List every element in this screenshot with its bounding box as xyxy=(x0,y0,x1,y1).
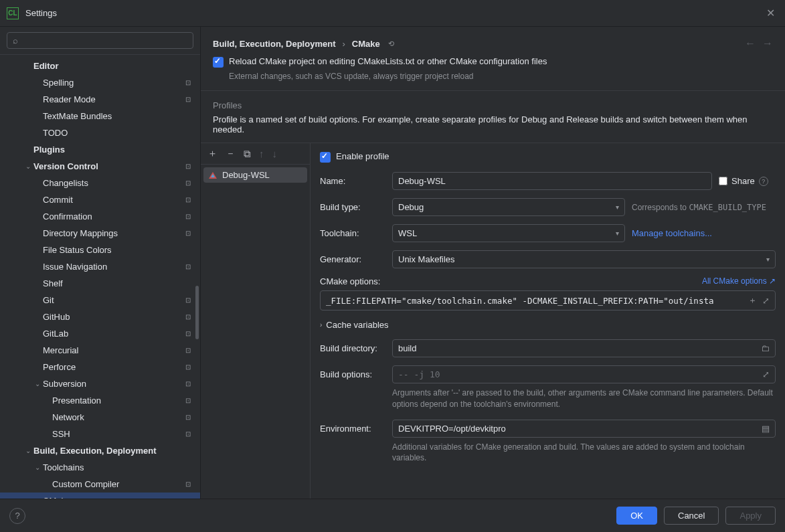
all-cmake-options-link[interactable]: All CMake options ↗ xyxy=(702,276,776,286)
chevron-down-icon: ▾ xyxy=(616,203,619,211)
tree-item[interactable]: Editor xyxy=(0,58,200,74)
add-profile-icon[interactable]: ＋ xyxy=(207,147,217,160)
tree-item-label: Subversion xyxy=(43,379,185,389)
builddir-input[interactable]: 🗀 xyxy=(392,339,776,357)
copy-profile-icon[interactable]: ⧉ xyxy=(244,148,251,160)
modified-indicator-icon: ⊡ xyxy=(185,96,196,103)
expand-icon[interactable]: ⤢ xyxy=(762,369,770,379)
tree-item[interactable]: Confirmation⊡ xyxy=(0,208,200,225)
expand-icon[interactable]: ⤢ xyxy=(762,296,770,306)
remove-profile-icon[interactable]: － xyxy=(226,147,236,160)
tree-item[interactable]: File Status Colors xyxy=(0,242,200,258)
generator-select[interactable]: Unix Makefiles ▾ xyxy=(392,250,776,268)
modified-indicator-icon: ⊡ xyxy=(185,363,196,371)
titlebar: CL Settings ✕ xyxy=(0,0,785,27)
tree-item[interactable]: Shelf xyxy=(0,275,200,292)
footer: ? OK Cancel Apply xyxy=(0,499,785,532)
tree-item[interactable]: Changelists⊡ xyxy=(0,175,200,191)
breadcrumb-parent: Build, Execution, Deployment xyxy=(213,39,335,49)
tree-item-label: Version Control xyxy=(33,161,185,171)
move-down-icon: ↓ xyxy=(272,148,278,159)
env-hint: Additional variables for CMake generatio… xyxy=(392,442,776,464)
scrollbar-thumb[interactable] xyxy=(195,286,199,339)
chevron-down-icon: ⌄ xyxy=(23,447,33,454)
toolchain-select[interactable]: WSL ▾ xyxy=(392,224,625,242)
cache-variables-toggle[interactable]: › Cache variables xyxy=(320,320,776,330)
reload-label: Reload CMake project on editing CMakeLis… xyxy=(229,56,547,66)
tree-item[interactable]: ⌄Version Control⊡ xyxy=(0,158,200,175)
tree-item[interactable]: TODO xyxy=(0,124,200,141)
plus-icon[interactable]: ＋ xyxy=(748,294,757,306)
env-input[interactable]: ▤ xyxy=(392,420,776,438)
share-checkbox[interactable] xyxy=(719,177,727,185)
cancel-button[interactable]: Cancel xyxy=(664,507,719,525)
buildopts-input[interactable]: ⤢ xyxy=(392,365,776,383)
modified-indicator-icon: ⊡ xyxy=(185,497,196,499)
breadcrumb-current: CMake xyxy=(352,39,380,49)
share-label: Share xyxy=(731,176,755,186)
settings-tree[interactable]: EditorSpelling⊡Reader Mode⊡TextMate Bund… xyxy=(0,55,200,499)
env-label: Environment: xyxy=(320,424,385,434)
tree-item[interactable]: TextMate Bundles xyxy=(0,108,200,124)
tree-item[interactable]: Mercurial⊡ xyxy=(0,342,200,359)
tree-item[interactable]: CMake⊡ xyxy=(0,493,200,499)
chevron-down-icon: ▾ xyxy=(616,230,619,237)
chevron-down-icon: ⌄ xyxy=(23,163,33,170)
enable-profile-checkbox[interactable] xyxy=(320,152,331,163)
close-icon[interactable]: ✕ xyxy=(762,7,778,19)
nav-back-icon[interactable]: ← xyxy=(745,37,756,50)
breadcrumb: Build, Execution, Deployment › CMake ⟲ ←… xyxy=(201,27,785,56)
tree-item[interactable]: Spelling⊡ xyxy=(0,74,200,91)
cmakeopts-label: CMake options: xyxy=(320,276,380,286)
tree-item-label: Git xyxy=(43,295,185,305)
tree-item[interactable]: ⌄Subversion⊡ xyxy=(0,375,200,392)
tree-item[interactable]: Custom Compiler⊡ xyxy=(0,476,200,493)
manage-toolchains-link[interactable]: Manage toolchains... xyxy=(632,228,712,238)
enable-profile-label: Enable profile xyxy=(336,151,389,161)
tree-item-label: TODO xyxy=(43,128,185,138)
tree-item[interactable]: Directory Mappings⊡ xyxy=(0,225,200,242)
tree-item[interactable]: ⌄Build, Execution, Deployment xyxy=(0,442,200,459)
tree-item-label: GitHub xyxy=(43,312,185,322)
modified-indicator-icon: ⊡ xyxy=(185,230,196,237)
tree-item[interactable]: GitLab⊡ xyxy=(0,325,200,342)
modified-indicator-icon: ⊡ xyxy=(185,330,196,337)
tree-item[interactable]: ⌄Toolchains xyxy=(0,459,200,476)
tree-item[interactable]: Issue Navigation⊡ xyxy=(0,258,200,275)
tree-item-label: File Status Colors xyxy=(43,245,185,255)
profiles-header: Profiles xyxy=(201,91,785,114)
folder-icon[interactable]: 🗀 xyxy=(761,343,770,353)
chevron-right-icon: › xyxy=(320,321,322,329)
modified-indicator-icon: ⊡ xyxy=(185,414,196,421)
chevron-down-icon: ⌄ xyxy=(32,380,43,387)
move-up-icon: ↑ xyxy=(259,148,264,159)
profile-entry[interactable]: Debug-WSL xyxy=(203,167,307,183)
tree-item[interactable]: GitHub⊡ xyxy=(0,308,200,325)
sidebar: ⌕ EditorSpelling⊡Reader Mode⊡TextMate Bu… xyxy=(0,27,201,499)
reset-icon[interactable]: ⟲ xyxy=(387,38,396,50)
tree-item[interactable]: Plugins xyxy=(0,141,200,158)
list-icon[interactable]: ▤ xyxy=(762,424,770,434)
tree-item[interactable]: Perforce⊡ xyxy=(0,359,200,375)
name-label: Name: xyxy=(320,176,385,186)
ok-button[interactable]: OK xyxy=(616,507,657,525)
tree-item[interactable]: Git⊡ xyxy=(0,292,200,308)
tree-item[interactable]: SSH⊡ xyxy=(0,426,200,442)
help-icon[interactable]: ? xyxy=(759,177,768,186)
toolchain-value: WSL xyxy=(398,228,417,238)
tree-item-label: Changelists xyxy=(43,178,185,188)
modified-indicator-icon: ⊡ xyxy=(185,313,196,321)
cmakeopts-input[interactable]: _FILE:FILEPATH="cmake/toolchain.cmake" -… xyxy=(320,290,776,311)
tree-item[interactable]: Presentation⊡ xyxy=(0,392,200,409)
tree-item[interactable]: Reader Mode⊡ xyxy=(0,91,200,108)
tree-item-label: Presentation xyxy=(52,395,185,406)
tree-item[interactable]: Commit⊡ xyxy=(0,191,200,208)
tree-item[interactable]: Network⊡ xyxy=(0,409,200,426)
help-button[interactable]: ? xyxy=(9,508,25,524)
nav-forward-icon[interactable]: → xyxy=(762,37,773,50)
buildtype-select[interactable]: Debug ▾ xyxy=(392,198,625,216)
search-input[interactable]: ⌕ xyxy=(7,32,193,49)
search-field[interactable] xyxy=(22,35,187,46)
reload-checkbox[interactable] xyxy=(213,57,224,68)
name-input[interactable] xyxy=(392,172,712,190)
